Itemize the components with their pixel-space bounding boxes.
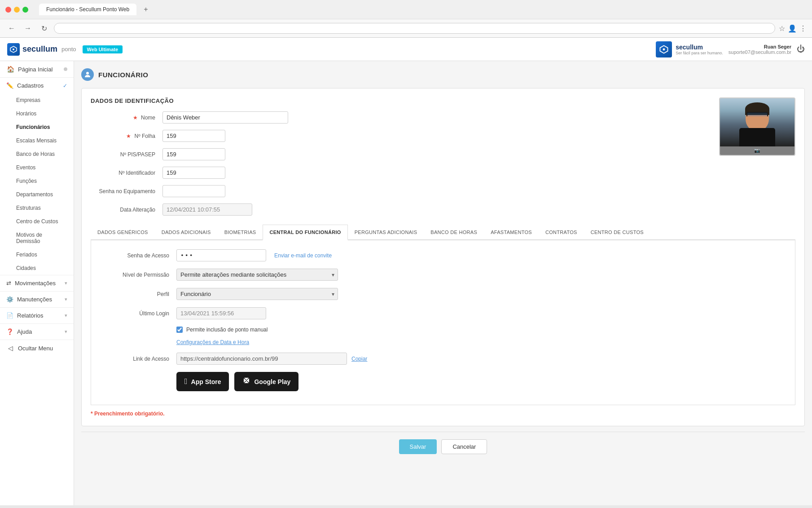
- ponto-manual-label: Permite inclusão de ponto manual: [186, 327, 268, 333]
- checkbox-row: Permite inclusão de ponto manual: [176, 327, 786, 333]
- tab-dados-genericos[interactable]: DADOS GENÉRICOS: [91, 225, 155, 240]
- data-alteracao-row: Data Alteração: [91, 203, 795, 216]
- store-buttons-row:  App Store Google Play: [176, 372, 786, 391]
- add-tab-button[interactable]: +: [144, 5, 148, 13]
- motivos-demissao-label: Motivos de Demissão: [16, 232, 42, 244]
- home-icon: 🏠: [6, 66, 14, 73]
- perfil-select[interactable]: Funcionário Gestor Administrador: [176, 288, 338, 300]
- config-data-hora-link[interactable]: Configurações de Data e Hora: [176, 339, 786, 345]
- profile-button[interactable]: 👤: [788, 24, 797, 33]
- data-alteracao-label: Data Alteração: [91, 207, 162, 213]
- link-acesso-group: Copiar: [176, 353, 367, 365]
- cancel-button[interactable]: Cancelar: [441, 439, 487, 454]
- nivel-permissao-select[interactable]: Permite alterações mediante solicitações…: [176, 269, 338, 281]
- movimentacoes-arrow: ▾: [65, 280, 67, 286]
- sidebar-item-funcionarios[interactable]: Funcionários: [0, 120, 74, 134]
- senha-acesso-row: Senha de Acesso Enviar e-mail de convite: [100, 249, 786, 261]
- ultimo-login-row: Último Login: [100, 307, 786, 319]
- sidebar-item-cidades[interactable]: Cidades: [0, 261, 74, 275]
- refresh-button[interactable]: ↻: [38, 22, 50, 35]
- ponto-manual-checkbox[interactable]: [176, 327, 183, 333]
- star-button[interactable]: ☆: [779, 24, 785, 33]
- sidebar-item-ocultar-menu[interactable]: ◁ Ocultar Menu: [0, 340, 74, 356]
- page-header-icon: [81, 68, 94, 81]
- movimentacoes-label: Movimentações: [15, 280, 56, 287]
- page-header: FUNCIONÁRIO: [81, 68, 805, 81]
- pis-label: Nº PIS/PASEP: [91, 151, 162, 158]
- right-logo-icon: [656, 41, 672, 57]
- url-bar[interactable]: [54, 23, 775, 34]
- senha-input[interactable]: [162, 185, 225, 197]
- nome-input[interactable]: [162, 111, 288, 124]
- tab-banco-horas[interactable]: BANCO DE HORAS: [424, 225, 484, 240]
- app-store-button[interactable]:  App Store: [176, 372, 229, 391]
- sidebar-item-motivos-demissao[interactable]: Motivos de Demissão: [0, 228, 74, 248]
- tab-biometrias[interactable]: BIOMETRIAS: [218, 225, 263, 240]
- nivel-permissao-label: Nível de Permissão: [100, 272, 176, 278]
- sidebar-item-pagina-inicial[interactable]: 🏠 Página Inicial: [0, 61, 74, 77]
- maximize-dot[interactable]: [22, 7, 28, 13]
- copy-link-button[interactable]: Copiar: [351, 356, 367, 362]
- tab-afastamentos[interactable]: AFASTAMENTOS: [484, 225, 539, 240]
- forward-button[interactable]: →: [22, 22, 34, 35]
- photo-image: [720, 98, 794, 146]
- back-button[interactable]: ←: [5, 22, 18, 35]
- perfil-label: Perfil: [100, 291, 176, 297]
- movimentacoes-icon: ⇄: [6, 280, 11, 287]
- escalas-label: Escalas Mensais: [16, 137, 57, 144]
- user-email: suporte07@secullum.com.br: [729, 49, 791, 55]
- tab-contratos[interactable]: CONTRATOS: [539, 225, 584, 240]
- android-icon: [242, 376, 250, 387]
- tab-content-central: Senha de Acesso Enviar e-mail de convite…: [91, 240, 795, 405]
- photo-area: 📷: [719, 97, 795, 156]
- sidebar-item-cadastros[interactable]: ✏️ Cadastros ✓: [0, 78, 74, 93]
- sidebar-item-ajuda[interactable]: ❓ Ajuda ▾: [0, 324, 74, 340]
- link-acesso-row: Link de Acesso Copiar: [100, 353, 786, 365]
- nome-row: ★ Nome: [91, 111, 795, 124]
- google-play-button[interactable]: Google Play: [234, 372, 298, 391]
- sidebar-item-feriados[interactable]: Feriados: [0, 248, 74, 261]
- invite-email-link[interactable]: Enviar e-mail de convite: [274, 252, 332, 259]
- senha-acesso-input[interactable]: [176, 249, 266, 261]
- identificador-label: Nº Identificador: [91, 170, 162, 176]
- senha-row: Senha no Equipamento: [91, 185, 795, 197]
- tab-centro-custos[interactable]: CENTRO DE CUSTOS: [584, 225, 650, 240]
- right-logo-sub: Ser fácil para ser humano.: [676, 51, 723, 55]
- cadastros-icon: ✏️: [6, 82, 13, 89]
- header-right: secullum Ser fácil para ser humano. Ruan…: [656, 41, 805, 57]
- nome-label: ★ Nome: [91, 115, 162, 121]
- tab-dados-adicionais[interactable]: DADOS ADICIONAIS: [155, 225, 218, 240]
- pis-row: Nº PIS/PASEP: [91, 148, 795, 160]
- sidebar-item-movimentacoes[interactable]: ⇄ Movimentações ▾: [0, 275, 74, 291]
- close-dot[interactable]: [5, 7, 11, 13]
- pis-input[interactable]: [162, 148, 225, 160]
- sidebar-item-banco-horas[interactable]: Banco de Horas: [0, 147, 74, 161]
- sidebar-item-eventos[interactable]: Eventos: [0, 161, 74, 174]
- pagina-inicial-dot: [64, 67, 67, 71]
- identificador-row: Nº Identificador: [91, 167, 795, 179]
- folha-input[interactable]: [162, 130, 225, 142]
- sidebar-item-manutencoes[interactable]: ⚙️ Manutenções ▾: [0, 292, 74, 307]
- camera-button[interactable]: 📷: [720, 146, 794, 155]
- tab-perguntas[interactable]: PERGUNTAS ADICIONAIS: [348, 225, 424, 240]
- power-button[interactable]: ⏻: [797, 44, 805, 54]
- identificador-input[interactable]: [162, 167, 225, 179]
- sidebar-item-horarios[interactable]: Horários: [0, 107, 74, 120]
- tabs-container: DADOS GENÉRICOS DADOS ADICIONAIS BIOMETR…: [91, 225, 795, 240]
- header-logo: secullum Ser fácil para ser humano.: [656, 41, 723, 57]
- sidebar-item-estruturas[interactable]: Estruturas: [0, 201, 74, 215]
- sidebar-item-escalas[interactable]: Escalas Mensais: [0, 134, 74, 147]
- sidebar-item-relatorios[interactable]: 📄 Relatórios ▾: [0, 308, 74, 323]
- sidebar-item-funcoes[interactable]: Funções: [0, 174, 74, 188]
- sidebar-item-centro-custos[interactable]: Centro de Custos: [0, 215, 74, 228]
- sidebar-item-empresas[interactable]: Empresas: [0, 93, 74, 107]
- tab-central-funcionario[interactable]: CENTRAL DO FUNCIONÁRIO: [263, 225, 347, 240]
- relatorios-label: Relatórios: [17, 312, 44, 319]
- link-acesso-input[interactable]: [176, 353, 347, 365]
- minimize-dot[interactable]: [14, 7, 20, 13]
- menu-button[interactable]: ⋮: [799, 24, 807, 33]
- save-button[interactable]: Salvar: [399, 439, 437, 454]
- sidebar-item-departamentos[interactable]: Departamentos: [0, 188, 74, 201]
- perfil-row: Perfil Funcionário Gestor Administrador: [100, 288, 786, 300]
- browser-tab[interactable]: Funcionário - Secullum Ponto Web: [39, 4, 136, 15]
